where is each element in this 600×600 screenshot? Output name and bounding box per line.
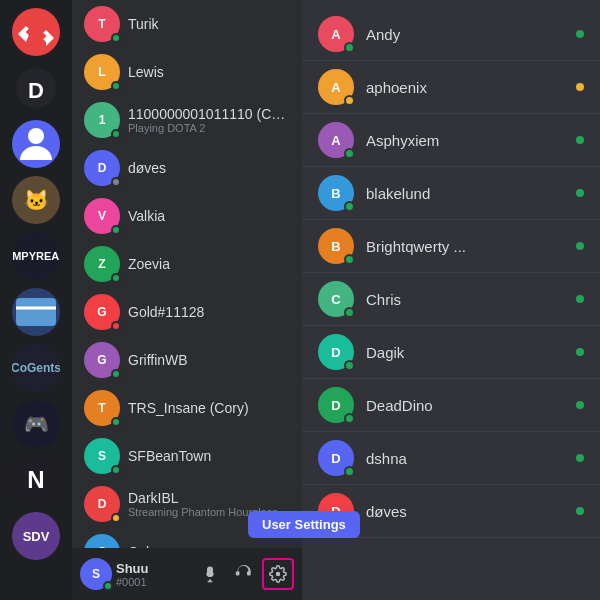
friend-item[interactable]: L Lewis xyxy=(76,48,298,96)
online-friend-item[interactable]: A Asphyxiem xyxy=(302,114,600,167)
user-tag: #0001 xyxy=(116,576,190,588)
online-friend-avatar-wrapper: B xyxy=(318,228,354,264)
friend-name-section: TRS_Insane (Cory) xyxy=(128,400,249,416)
user-status-dot xyxy=(103,581,113,591)
online-friend-status-dot xyxy=(344,148,355,159)
online-friend-name: aphoenix xyxy=(366,79,427,96)
server-icon-bot[interactable] xyxy=(12,120,60,168)
friend-avatar-wrapper: V xyxy=(84,198,120,234)
server-icon-n[interactable]: N xyxy=(12,456,60,504)
friend-name: Zoevia xyxy=(128,256,170,272)
online-friend-right-status xyxy=(576,83,584,91)
friend-name: 1100000001011110 (CO... xyxy=(128,106,290,122)
friend-item[interactable]: T Turik xyxy=(76,0,298,48)
mute-button[interactable] xyxy=(194,558,226,590)
online-friend-avatar-wrapper: A xyxy=(318,122,354,158)
online-friend-right-status xyxy=(576,454,584,462)
online-friend-status-dot xyxy=(344,201,355,212)
user-settings-tooltip: User Settings xyxy=(248,511,360,538)
online-friend-avatar-wrapper: A xyxy=(318,69,354,105)
online-friend-right-status xyxy=(576,401,584,409)
friend-name-section: Turik xyxy=(128,16,159,32)
friend-item[interactable]: 1 1100000001011110 (CO... Playing DOTA 2 xyxy=(76,96,298,144)
online-friend-item[interactable]: B Brightqwerty ... xyxy=(302,220,600,273)
online-friend-status-dot xyxy=(344,466,355,477)
online-friend-right-status xyxy=(576,348,584,356)
server-icon-chat2[interactable] xyxy=(12,288,60,336)
friend-name: døves xyxy=(128,160,166,176)
online-friend-name: Asphyxiem xyxy=(366,132,439,149)
friend-avatar-wrapper: D xyxy=(84,486,120,522)
friend-name-section: GriffinWB xyxy=(128,352,188,368)
friend-name: TRS_Insane (Cory) xyxy=(128,400,249,416)
friend-item[interactable]: T TRS_Insane (Cory) xyxy=(76,384,298,432)
online-friend-item[interactable]: D Dagik xyxy=(302,326,600,379)
online-friend-avatar-wrapper: D xyxy=(318,387,354,423)
server-icon-sdv[interactable]: SDV xyxy=(12,512,60,560)
friend-avatar-wrapper: L xyxy=(84,54,120,90)
right-status-dot xyxy=(576,242,584,250)
right-status-dot xyxy=(576,454,584,462)
server-icon-discord1[interactable]: D xyxy=(12,64,60,112)
friend-avatar-wrapper: 1 xyxy=(84,102,120,138)
online-friend-item[interactable]: D dshna xyxy=(302,432,600,485)
friend-name: Turik xyxy=(128,16,159,32)
server-sidebar: D🐱EMPYREANCoGents🎮NSDV xyxy=(0,0,72,600)
online-friend-name: Andy xyxy=(366,26,400,43)
friend-avatar-wrapper: T xyxy=(84,390,120,426)
friend-subtitle: Playing DOTA 2 xyxy=(128,122,290,134)
friend-status-dot xyxy=(111,129,121,139)
server-icon-cat[interactable]: 🐱 xyxy=(12,176,60,224)
deafen-button[interactable] xyxy=(228,558,260,590)
friend-item[interactable]: G GriffinWB xyxy=(76,336,298,384)
online-friend-item[interactable]: A aphoenix xyxy=(302,61,600,114)
online-friend-item[interactable]: C Chris xyxy=(302,273,600,326)
online-friend-status-dot xyxy=(344,413,355,424)
settings-button[interactable] xyxy=(262,558,294,590)
server-icon-hammer[interactable] xyxy=(12,8,60,56)
friend-status-dot xyxy=(111,321,121,331)
online-friend-right-status xyxy=(576,30,584,38)
friend-name-section: Lewis xyxy=(128,64,164,80)
online-friends-list: A Andy A aphoenix A Asphyxiem B blakelun… xyxy=(302,0,600,600)
server-icon-gaming[interactable]: 🎮 xyxy=(12,400,60,448)
online-friend-item[interactable]: B blakelund xyxy=(302,167,600,220)
online-friend-name: dshna xyxy=(366,450,407,467)
friend-name-section: Zoevia xyxy=(128,256,170,272)
friend-item[interactable]: V Valkia xyxy=(76,192,298,240)
right-status-dot xyxy=(576,136,584,144)
friend-status-dot xyxy=(111,273,121,283)
online-friend-right-status xyxy=(576,295,584,303)
user-panel: S Shuu #0001 xyxy=(72,548,302,600)
friend-name-section: 1100000001011110 (CO... Playing DOTA 2 xyxy=(128,106,290,134)
right-status-dot xyxy=(576,507,584,515)
server-icon-empyrean[interactable]: EMPYREAN xyxy=(12,232,60,280)
friend-item[interactable]: G Gold#11128 xyxy=(76,288,298,336)
friend-item[interactable]: S SFBeanTown xyxy=(76,432,298,480)
user-avatar-wrapper: S xyxy=(80,558,112,590)
online-friend-status-dot xyxy=(344,254,355,265)
right-status-dot xyxy=(576,189,584,197)
friend-name-section: SFBeanTown xyxy=(128,448,211,464)
server-icon-cogents[interactable]: CoGents xyxy=(12,344,60,392)
friend-item[interactable]: Z Zoevia xyxy=(76,240,298,288)
friend-avatar-wrapper: T xyxy=(84,6,120,42)
panel-icons xyxy=(194,558,294,590)
online-friend-name: Dagik xyxy=(366,344,404,361)
friend-avatar-wrapper: D xyxy=(84,150,120,186)
online-friend-name: DeadDino xyxy=(366,397,433,414)
right-status-dot xyxy=(576,401,584,409)
online-friend-right-status xyxy=(576,136,584,144)
friends-sidebar: T Turik L Lewis 1 1100000001011110 (CO..… xyxy=(72,0,302,600)
friend-item[interactable]: D døves xyxy=(76,144,298,192)
right-status-dot xyxy=(576,295,584,303)
online-friend-item[interactable]: D DeadDino xyxy=(302,379,600,432)
svg-point-2 xyxy=(28,128,44,144)
friend-avatar-wrapper: G xyxy=(84,294,120,330)
right-status-dot xyxy=(576,83,584,91)
friend-status-dot xyxy=(111,369,121,379)
friend-status-dot xyxy=(111,81,121,91)
online-friend-name: døves xyxy=(366,503,407,520)
online-friend-item[interactable]: A Andy xyxy=(302,8,600,61)
friend-name: SFBeanTown xyxy=(128,448,211,464)
